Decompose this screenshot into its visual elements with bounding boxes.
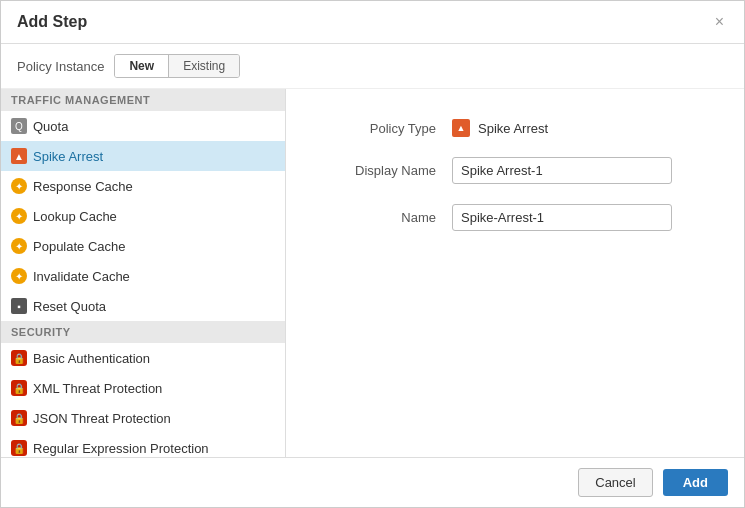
lookup-cache-icon: ✦: [11, 208, 27, 224]
sidebar-item-label: Spike Arrest: [33, 149, 103, 164]
json-threat-icon: 🔒: [11, 410, 27, 426]
spike-arrest-icon: ▲: [11, 148, 27, 164]
xml-threat-icon: 🔒: [11, 380, 27, 396]
sidebar-item-invalidate-cache[interactable]: ✦ Invalidate Cache: [1, 261, 285, 291]
dialog-title: Add Step: [17, 13, 87, 31]
section-header-security: SECURITY: [1, 321, 285, 343]
sidebar-item-label: Regular Expression Protection: [33, 441, 209, 456]
sidebar-item-xml-threat[interactable]: 🔒 XML Threat Protection: [1, 373, 285, 403]
quota-icon: Q: [11, 118, 27, 134]
sidebar-item-label: Invalidate Cache: [33, 269, 130, 284]
policy-type-display: ▲ Spike Arrest: [452, 119, 548, 137]
reset-quota-icon: ▪: [11, 298, 27, 314]
basic-auth-icon: 🔒: [11, 350, 27, 366]
sidebar-item-basic-auth[interactable]: 🔒 Basic Authentication: [1, 343, 285, 373]
sidebar-item-label: Populate Cache: [33, 239, 126, 254]
dialog-footer: Cancel Add: [1, 457, 744, 507]
policy-type-value: Spike Arrest: [478, 121, 548, 136]
sidebar: TRAFFIC MANAGEMENT Q Quota ▲ Spike Arres…: [1, 89, 286, 457]
policy-type-icon: ▲: [452, 119, 470, 137]
tab-existing[interactable]: Existing: [169, 55, 239, 77]
invalidate-cache-icon: ✦: [11, 268, 27, 284]
policy-type-row: Policy Type ▲ Spike Arrest: [326, 119, 704, 137]
dialog-body: Policy Instance New Existing TRAFFIC MAN…: [1, 44, 744, 457]
sidebar-item-spike-arrest[interactable]: ▲ Spike Arrest: [1, 141, 285, 171]
name-row: Name: [326, 204, 704, 231]
sidebar-item-label: Response Cache: [33, 179, 133, 194]
sidebar-item-label: Quota: [33, 119, 68, 134]
populate-cache-icon: ✦: [11, 238, 27, 254]
main-panel: Policy Type ▲ Spike Arrest Display Name …: [286, 89, 744, 457]
sidebar-item-label: Reset Quota: [33, 299, 106, 314]
tab-new[interactable]: New: [115, 55, 169, 77]
display-name-label: Display Name: [326, 163, 436, 178]
sidebar-item-response-cache[interactable]: ✦ Response Cache: [1, 171, 285, 201]
policy-instance-label: Policy Instance: [17, 59, 104, 74]
dialog-header: Add Step ×: [1, 1, 744, 44]
close-button[interactable]: ×: [711, 13, 728, 31]
display-name-input[interactable]: [452, 157, 672, 184]
sidebar-item-quota[interactable]: Q Quota: [1, 111, 285, 141]
sidebar-item-json-threat[interactable]: 🔒 JSON Threat Protection: [1, 403, 285, 433]
sidebar-item-populate-cache[interactable]: ✦ Populate Cache: [1, 231, 285, 261]
name-input[interactable]: [452, 204, 672, 231]
add-step-dialog: Add Step × Policy Instance New Existing …: [0, 0, 745, 508]
section-header-traffic: TRAFFIC MANAGEMENT: [1, 89, 285, 111]
policy-instance-row: Policy Instance New Existing: [1, 44, 744, 89]
policy-type-label: Policy Type: [326, 121, 436, 136]
display-name-row: Display Name: [326, 157, 704, 184]
cancel-button[interactable]: Cancel: [578, 468, 652, 497]
sidebar-item-label: JSON Threat Protection: [33, 411, 171, 426]
content-area: TRAFFIC MANAGEMENT Q Quota ▲ Spike Arres…: [1, 89, 744, 457]
response-cache-icon: ✦: [11, 178, 27, 194]
add-button[interactable]: Add: [663, 469, 728, 496]
name-label: Name: [326, 210, 436, 225]
sidebar-item-label: Lookup Cache: [33, 209, 117, 224]
sidebar-item-regex-protection[interactable]: 🔒 Regular Expression Protection: [1, 433, 285, 457]
sidebar-item-label: Basic Authentication: [33, 351, 150, 366]
sidebar-item-reset-quota[interactable]: ▪ Reset Quota: [1, 291, 285, 321]
policy-instance-tabs: New Existing: [114, 54, 240, 78]
regex-protection-icon: 🔒: [11, 440, 27, 456]
sidebar-item-label: XML Threat Protection: [33, 381, 162, 396]
sidebar-item-lookup-cache[interactable]: ✦ Lookup Cache: [1, 201, 285, 231]
